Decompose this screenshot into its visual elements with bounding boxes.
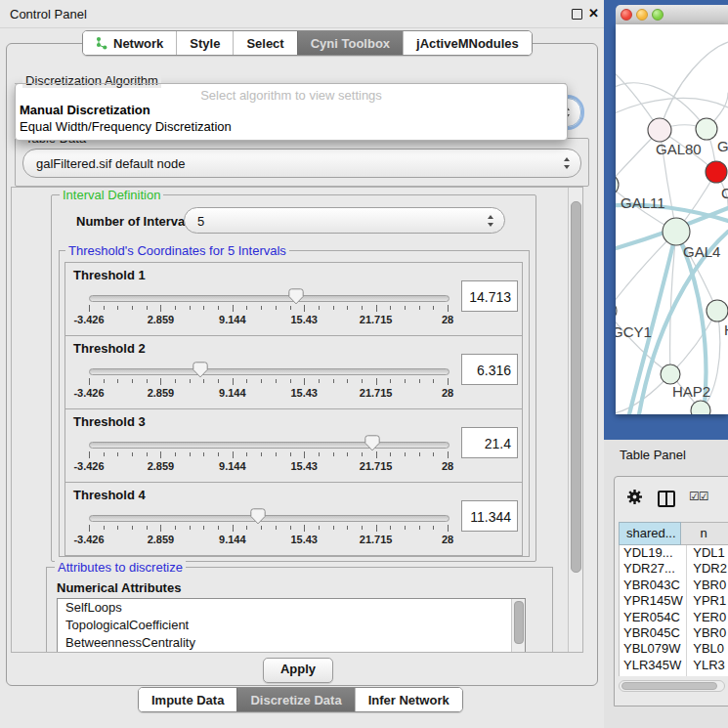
top-tab-bar: NetworkStyleSelectCyni ToolboxjActiveMNo… (82, 30, 533, 56)
table-row[interactable]: YER054CYER0 (620, 610, 728, 625)
table-horizontal-scrollbar[interactable] (619, 680, 725, 692)
tab-label: Infer Network (368, 693, 450, 707)
tick-mark (448, 525, 449, 532)
tick-mark (419, 379, 420, 383)
network-node[interactable] (691, 401, 710, 414)
tick-mark (246, 526, 247, 530)
slider-track[interactable] (89, 442, 450, 449)
slider-thumb[interactable] (250, 508, 266, 525)
slider-thumb[interactable] (364, 435, 380, 451)
node-label: H (724, 321, 728, 338)
float-window-icon[interactable] (572, 9, 582, 20)
tab-select[interactable]: Select (233, 31, 296, 55)
column-header[interactable]: shared... (619, 522, 681, 545)
tab-label: Discretize Data (250, 693, 341, 707)
tab-label: Network (113, 36, 163, 51)
network-node[interactable] (707, 300, 728, 321)
close-traffic-light-icon[interactable] (621, 9, 632, 21)
slider-track[interactable] (89, 368, 450, 375)
split-columns-icon[interactable] (658, 491, 675, 507)
main-scrollbar[interactable] (568, 188, 582, 652)
close-icon[interactable]: ✕ (588, 6, 599, 21)
slider-track[interactable] (89, 295, 450, 302)
tick-label: 15.43 (290, 387, 318, 399)
minimize-traffic-light-icon[interactable] (636, 9, 648, 21)
network-graph[interactable]: GAL80GACGAL11GAL4GCY1HHAP2 (616, 24, 728, 414)
tab-jactivemnodules[interactable]: jActiveMNodules (403, 31, 532, 55)
table-row[interactable]: YDR27...YDR2 (620, 561, 728, 577)
table-cell: YBR0 (687, 625, 728, 641)
numerical-attributes-label: Numerical Attributes (57, 580, 181, 595)
table-row[interactable]: YIL052CYIL0 (620, 673, 728, 676)
threshold-value-field[interactable]: 21.4 (461, 427, 518, 458)
tab-style[interactable]: Style (176, 31, 233, 55)
tab-impute-data[interactable]: Impute Data (139, 688, 236, 711)
network-node[interactable] (706, 161, 727, 183)
number-of-intervals-combobox[interactable]: 5 (184, 207, 505, 234)
attribute-item[interactable]: BetweennessCentrality (58, 634, 525, 652)
select-columns-icon[interactable]: ☑☑ (689, 490, 708, 503)
number-of-intervals-label: Number of Intervals (76, 214, 195, 229)
tick-mark (390, 452, 391, 456)
table-row[interactable]: YBR043CYBR0 (620, 578, 728, 593)
slider-tick-labels: -3.4262.8599.14415.4321.71528 (89, 387, 448, 401)
slider-track[interactable] (89, 515, 450, 522)
tick-mark (233, 451, 234, 458)
gear-icon[interactable] (626, 489, 643, 505)
tick-mark (175, 306, 176, 310)
column-header[interactable]: n (681, 522, 728, 545)
tab-network[interactable]: Network (83, 31, 176, 55)
tick-mark (362, 526, 363, 530)
edge[interactable] (670, 311, 717, 374)
tab-label: Select (246, 36, 283, 51)
dropdown-option-manual[interactable]: Manual Discretization (20, 103, 150, 117)
numerical-attributes-list[interactable]: SelfLoopsTopologicalCoefficientBetweenne… (57, 598, 526, 653)
network-node[interactable] (648, 118, 671, 142)
table-row[interactable]: YBL079WYBL0 (620, 641, 728, 657)
right-side: GAL80GACGAL11GAL4GCY1HHAP2 Table Panel (604, 0, 728, 728)
table-row[interactable]: YLR345WYLR3 (620, 658, 728, 673)
threshold-value-field[interactable]: 14.713 (461, 280, 518, 312)
tab-cyni-toolbox[interactable]: Cyni Toolbox (297, 31, 403, 55)
table-data-combobox[interactable]: galFiltered.sif default node (22, 149, 581, 178)
tick-mark (376, 451, 377, 458)
discretization-algorithm-group-label: Discretization Algorithm (22, 73, 161, 88)
app-root: Control Panel ✕ NetworkStyleSelectCyni T… (0, 0, 728, 728)
table-cell: YIL052C (620, 673, 687, 676)
bottom-tab-bar: Impute DataDiscretize DataInfer Network (138, 687, 463, 712)
tick-mark (104, 526, 105, 530)
threshold-label: Threshold 4 (73, 488, 146, 502)
dropdown-option-equal-width[interactable]: Equal Width/Frequency Discretization (20, 119, 232, 134)
table-cell: YPR145W (620, 593, 687, 609)
list-scrollbar-thumb[interactable] (514, 601, 524, 644)
network-canvas[interactable]: GAL80GACGAL11GAL4GCY1HHAP2 (616, 24, 728, 414)
attribute-item[interactable]: SelfLoops (58, 599, 525, 617)
tab-infer-network[interactable]: Infer Network (355, 688, 462, 711)
table-row[interactable]: YBR045CYBR0 (620, 625, 728, 641)
attribute-item[interactable]: TopologicalCoefficient (58, 617, 525, 634)
panel-title: Control Panel (10, 7, 87, 21)
threshold-label: Threshold 1 (73, 268, 146, 282)
tab-discretize-data[interactable]: Discretize Data (236, 688, 354, 711)
slider-thumb[interactable] (193, 362, 208, 378)
threshold-value-field[interactable]: 6.316 (461, 354, 518, 385)
network-node[interactable] (663, 218, 690, 245)
network-node[interactable] (661, 364, 680, 384)
slider-thumb[interactable] (288, 288, 304, 305)
main-scrollbar-thumb[interactable] (571, 201, 581, 573)
table-scrollbar-thumb[interactable] (621, 682, 717, 690)
list-scrollbar[interactable] (511, 599, 525, 653)
apply-button[interactable]: Apply (263, 658, 333, 683)
zoom-traffic-light-icon[interactable] (652, 9, 664, 21)
table-row[interactable]: YDL19...YDL1 (620, 545, 728, 561)
tick-mark (132, 306, 133, 310)
network-node[interactable] (696, 118, 717, 140)
threshold-value-field[interactable]: 11.344 (461, 500, 518, 532)
table-cell: YLR3 (687, 658, 728, 673)
tick-mark (261, 379, 262, 383)
table-row[interactable]: YPR145WYPR1 (620, 593, 728, 609)
tick-label: 9.144 (219, 534, 246, 545)
network-node[interactable] (616, 301, 617, 321)
control-panel: Control Panel ✕ NetworkStyleSelectCyni T… (0, 0, 604, 728)
tick-mark (147, 306, 148, 310)
